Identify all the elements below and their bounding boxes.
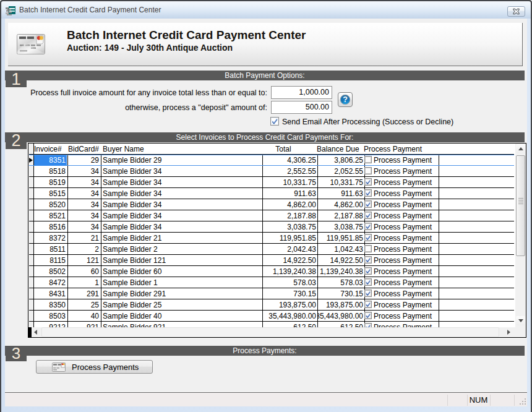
svg-text:?: ? xyxy=(343,95,348,104)
